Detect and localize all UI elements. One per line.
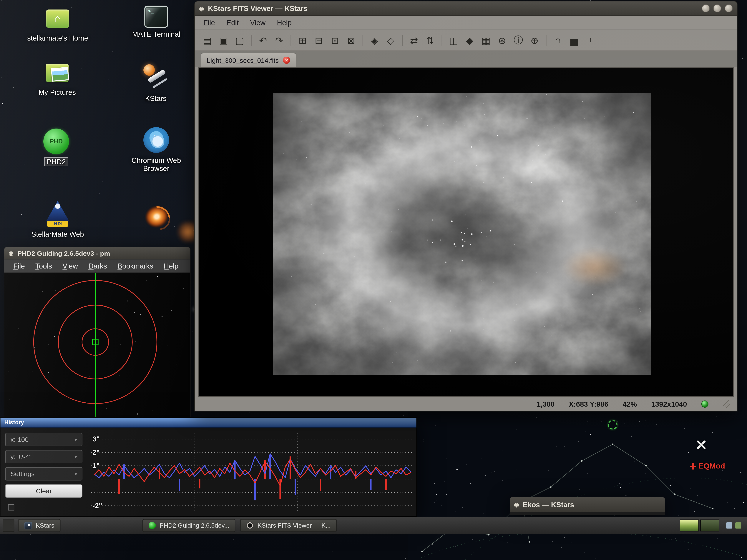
history-y-scale-dropdown[interactable]: y: +/-4"▾	[5, 450, 82, 463]
history-checkbox[interactable]	[8, 504, 14, 510]
desktop-icon-label: MATE Terminal	[120, 30, 192, 38]
menu-view[interactable]: View	[244, 17, 271, 28]
image-artifact	[559, 246, 630, 289]
minimize-button[interactable]	[702, 4, 710, 12]
status-led-icon	[701, 400, 709, 407]
phd2-icon	[149, 522, 156, 529]
tray-icon[interactable]	[726, 523, 732, 529]
menu-bookmarks[interactable]: Bookmarks	[112, 260, 159, 272]
desktop-icon-label: StellarMate Web	[22, 230, 94, 238]
zoom-in-icon[interactable]: ⊞	[295, 33, 310, 48]
menu-darks[interactable]: Darks	[83, 260, 112, 272]
mount-marker[interactable]: EQMod	[690, 462, 725, 470]
selection-icon[interactable]: ⊠	[343, 33, 359, 48]
desktop-icon-home[interactable]: stellarmate's Home	[17, 4, 99, 42]
taskbar-item-phd2[interactable]: PHD2 Guiding 2.6.5dev...	[143, 519, 236, 532]
flip-horizontal-icon[interactable]: ⇄	[406, 33, 421, 48]
wcs-icon[interactable]: ⊛	[494, 33, 510, 48]
stretch-icon[interactable]: ∩	[550, 33, 565, 48]
phd2-titlebar[interactable]: ◉ PHD2 Guiding 2.6.5dev3 - pm	[4, 247, 190, 260]
zoom-out-icon[interactable]: ⊟	[311, 33, 326, 48]
open-file-icon[interactable]: ▤	[200, 33, 215, 48]
taskbar-item-fits[interactable]: KStars FITS Viewer — K...	[240, 519, 337, 532]
maximize-button[interactable]	[713, 4, 721, 12]
fits-window-icon: ◉	[199, 5, 204, 12]
desktop-icon-chromium[interactable]: Chromium Web Browser	[125, 126, 188, 172]
menu-help[interactable]: Help	[159, 260, 184, 272]
phd2-window[interactable]: ◉ PHD2 Guiding 2.6.5dev3 - pm FileToolsV…	[4, 247, 191, 417]
zoom-fit-icon[interactable]: ⊡	[327, 33, 342, 48]
desktop-icon-kstars[interactable]: KStars	[125, 64, 187, 102]
pixel-grid-icon[interactable]: ▦	[479, 33, 494, 48]
chevron-down-icon: ▾	[75, 454, 77, 460]
save-as-icon[interactable]: ▢	[232, 33, 247, 48]
close-button[interactable]	[725, 4, 733, 12]
y-axis-tick: 1"	[93, 461, 100, 470]
menu-tools[interactable]: Tools	[30, 260, 57, 272]
fits-tab-label: Light_300_secs_014.fits	[207, 56, 279, 64]
history-clear-button[interactable]: Clear	[5, 484, 82, 498]
desktop-icon-label: KStars	[125, 94, 187, 102]
y-axis-tick: 2"	[93, 448, 100, 456]
desktop-icon-stellarmate-web[interactable]: StellarMate Web	[22, 200, 94, 238]
kstars-skymap[interactable]: EQMod	[408, 399, 747, 560]
guiding-graph	[91, 430, 414, 515]
chevron-down-icon: ▾	[75, 436, 77, 443]
mark-stars-icon[interactable]: ◆	[462, 33, 477, 48]
workspace-1[interactable]	[680, 519, 699, 531]
desktop-icon-pictures[interactable]: My Pictures	[19, 58, 95, 96]
ekos-titlebar[interactable]: ◉ Ekos — KStars	[510, 497, 665, 512]
show-desktop-button[interactable]	[3, 519, 14, 532]
resize-grip-icon[interactable]	[723, 400, 730, 407]
fits-toolbar: ▤▣▢↶↷⊞⊟⊡⊠◈◇⇄⇅◫◆▦⊛ⓘ⊕∩▅+	[195, 30, 737, 51]
phd2-menubar: FileToolsViewDarksBookmarksHelp	[4, 260, 190, 273]
phd2-history-pane[interactable]: History x: 100▾y: +/-4"▾Settings▾Clear 3…	[0, 417, 417, 517]
fits-header-icon[interactable]: ⓘ	[511, 33, 526, 48]
fits-tab[interactable]: Light_300_secs_014.fits ×	[201, 53, 297, 67]
desktop-icon-label: PHD2	[45, 158, 68, 166]
y-axis-tick: 3"	[93, 435, 100, 443]
nebula-image	[273, 93, 651, 375]
phd2-window-icon: ◉	[8, 250, 14, 257]
guiding-graph-area	[91, 430, 414, 515]
fits-titlebar[interactable]: ◉ KStars FITS Viewer — KStars	[195, 1, 737, 16]
menu-file[interactable]: File	[8, 260, 30, 272]
save-file-icon[interactable]: ▣	[216, 33, 231, 48]
terminal-icon	[144, 6, 168, 28]
undo-icon[interactable]: ↶	[255, 33, 271, 48]
fits-tabbar: Light_300_secs_014.fits ×	[195, 51, 737, 67]
center-telescope-icon[interactable]: ⊕	[527, 33, 542, 48]
menu-file[interactable]: File	[198, 17, 221, 28]
window-buttons	[702, 4, 733, 12]
statistics-icon[interactable]: ▅	[566, 33, 582, 48]
fits-canvas[interactable]	[198, 67, 733, 397]
desktop-icon-label: Chromium Web Browser	[125, 156, 188, 172]
menu-view[interactable]: View	[57, 260, 83, 272]
taskbar-window-list: KStarsPHD2 Guiding 2.6.5dev...KStars FIT…	[18, 519, 337, 532]
history-settings-dropdown[interactable]: Settings▾	[5, 467, 82, 481]
desktop-icon-stellarmate-tool[interactable]	[129, 204, 185, 232]
tab-close-icon[interactable]: ×	[283, 57, 290, 64]
history-pane-header[interactable]: History	[1, 418, 416, 428]
desktop-icon-phd2[interactable]: PHD2	[29, 128, 83, 166]
redo-icon[interactable]: ↷	[272, 33, 287, 48]
pan-icon[interactable]: +	[583, 33, 598, 48]
debayer-icon[interactable]: ◈	[367, 33, 382, 48]
tray-icon[interactable]	[735, 523, 741, 529]
workspace-2[interactable]	[700, 519, 719, 531]
menu-edit[interactable]: Edit	[221, 17, 244, 28]
fits-viewer-window[interactable]: ◉ KStars FITS Viewer — KStars FileEditVi…	[194, 1, 737, 411]
taskbar-item-kstars[interactable]: KStars	[18, 519, 60, 532]
desktop-icon-label: stellarmate's Home	[17, 34, 99, 42]
auto-stretch-icon[interactable]: ◇	[383, 33, 398, 48]
toolbar-separator	[291, 34, 291, 46]
compare-icon[interactable]: ◫	[446, 33, 461, 48]
ekos-window[interactable]: ◉ Ekos — KStars	[510, 497, 665, 515]
phd2-guide-field[interactable]	[4, 273, 190, 417]
menu-help[interactable]: Help	[271, 17, 298, 28]
workspace-switcher[interactable]	[680, 519, 719, 531]
desktop-icon-terminal[interactable]: MATE Terminal	[120, 4, 192, 38]
history-x-scale-dropdown[interactable]: x: 100▾	[5, 433, 82, 446]
kstars-icon	[24, 522, 32, 529]
flip-vertical-icon[interactable]: ⇅	[422, 33, 438, 48]
